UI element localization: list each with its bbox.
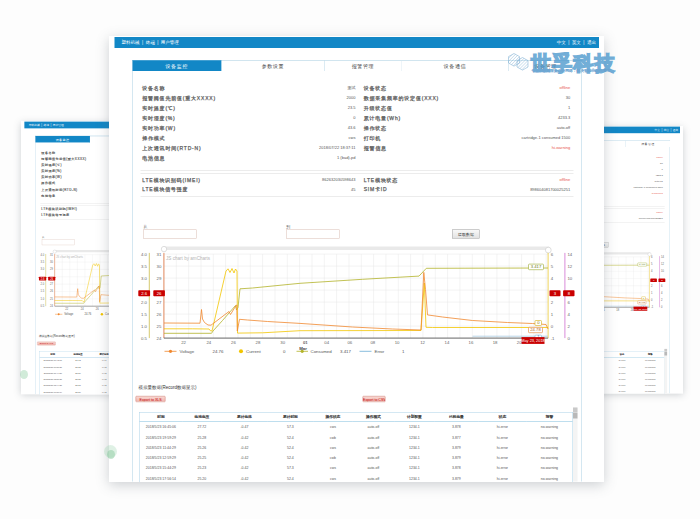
svg-text:30: 30 [157,264,162,269]
svg-text:4: 4 [651,269,653,273]
svg-text:31: 31 [157,252,162,257]
svg-text:3.5: 3.5 [141,264,148,269]
svg-text:10: 10 [395,340,400,345]
svg-text:1.0: 1.0 [41,297,45,301]
svg-text:6: 6 [661,284,663,288]
svg-text:1: 1 [551,312,554,317]
svg-text:24.76: 24.76 [85,312,92,316]
svg-text:0.5: 0.5 [41,304,45,308]
svg-text:26: 26 [157,312,162,317]
svg-text:0: 0 [568,336,571,341]
svg-text:27: 27 [50,282,53,286]
svg-text:24: 24 [157,336,162,341]
svg-text:30: 30 [50,260,53,264]
svg-text:24: 24 [207,340,212,345]
svg-text:Consumed: Consumed [311,349,333,354]
svg-text:5: 5 [651,262,653,266]
svg-text:3.417: 3.417 [639,263,646,266]
svg-text:10: 10 [661,269,664,273]
svg-text:5: 5 [551,264,554,269]
svg-text:3.417: 3.417 [531,264,542,269]
svg-text:4: 4 [551,276,554,281]
svg-text:4.0: 4.0 [141,252,148,257]
svg-text:12: 12 [661,262,664,266]
svg-text:JS chart by amCharts: JS chart by amCharts [166,256,211,261]
svg-text:1.5: 1.5 [141,312,148,317]
svg-text:22: 22 [181,340,186,345]
svg-text:0: 0 [551,324,554,329]
svg-text:6: 6 [568,300,571,305]
svg-text:24.78: 24.78 [530,327,541,332]
svg-text:29: 29 [157,276,162,281]
svg-text:2: 2 [661,298,663,302]
svg-text:May 23, 2018: May 23, 2018 [521,338,545,343]
svg-text:0: 0 [651,298,653,302]
svg-text:3.0: 3.0 [41,267,45,271]
svg-text:16: 16 [469,340,474,345]
svg-text:10: 10 [568,276,573,281]
svg-text:2: 2 [551,300,554,305]
svg-text:0: 0 [283,349,286,354]
svg-text:27: 27 [157,300,162,305]
svg-text:JS chart by amCharts: JS chart by amCharts [56,255,83,259]
svg-text:26: 26 [96,307,99,311]
svg-text:25: 25 [157,324,162,329]
svg-text:-1: -1 [651,305,654,309]
svg-text:24: 24 [81,307,84,311]
svg-text:1.0: 1.0 [141,324,148,329]
svg-text:24.78: 24.78 [639,301,646,304]
svg-text:Voltage: Voltage [180,349,195,354]
svg-text:14: 14 [661,255,664,259]
svg-text:04: 04 [325,340,330,345]
svg-text:3.417: 3.417 [340,349,352,354]
svg-text:4: 4 [661,291,663,295]
svg-text:31: 31 [50,253,53,257]
svg-text:24: 24 [50,304,53,308]
svg-text:18: 18 [493,340,498,345]
svg-text:4: 4 [568,312,571,317]
svg-text:26: 26 [50,289,53,293]
svg-text:12: 12 [420,340,425,345]
svg-text:6: 6 [651,255,653,259]
svg-text:2: 2 [568,324,571,329]
svg-text:2.6: 2.6 [141,291,147,296]
svg-text:06: 06 [348,340,353,345]
svg-text:4.0: 4.0 [41,253,45,257]
svg-text:18: 18 [616,308,619,312]
svg-text:1.5: 1.5 [41,289,45,293]
svg-text:24.76: 24.76 [213,349,225,354]
svg-text:12: 12 [568,264,573,269]
svg-text:30: 30 [281,340,286,345]
svg-text:1: 1 [402,349,405,354]
svg-text:6: 6 [551,252,554,257]
svg-text:0.5: 0.5 [141,336,148,341]
svg-text:22: 22 [65,307,68,311]
svg-text:26: 26 [231,340,236,345]
svg-text:2.6: 2.6 [41,277,45,281]
svg-text:2.0: 2.0 [41,282,45,286]
svg-text:1: 1 [651,291,653,295]
svg-text:01: 01 [303,340,308,345]
svg-text:29: 29 [50,267,53,271]
svg-text:14: 14 [445,340,450,345]
svg-text:3.0: 3.0 [141,276,148,281]
svg-text:-1: -1 [551,336,555,341]
svg-text:25: 25 [50,297,53,301]
svg-text:28: 28 [256,340,261,345]
svg-text:2: 2 [651,284,653,288]
svg-text:2.0: 2.0 [141,300,148,305]
svg-text:Current: Current [246,349,261,354]
svg-text:0: 0 [661,305,663,309]
svg-text:Voltage: Voltage [64,312,73,316]
svg-text:14: 14 [568,252,573,257]
svg-text:26: 26 [157,291,162,296]
svg-text:3.5: 3.5 [41,260,45,264]
svg-text:08: 08 [371,340,376,345]
svg-text:Error: Error [375,349,385,354]
